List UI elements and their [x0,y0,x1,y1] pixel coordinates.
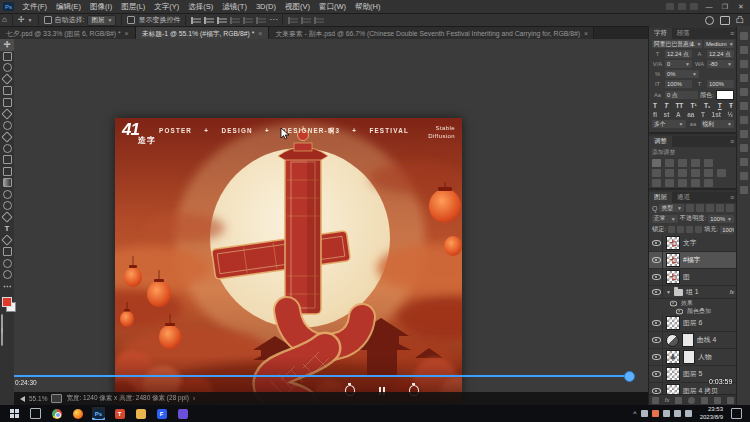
pen-tool[interactable] [0,212,14,224]
proportional-spacing-select[interactable]: 0%▼ [665,70,699,78]
more-align-options-icon[interactable]: ⋯ [269,16,277,24]
invert-icon[interactable] [652,179,661,187]
tab-close-icon[interactable]: × [584,30,588,37]
tool-preset-chevron-icon[interactable]: ▼ [28,17,33,23]
workspace-switcher-icon[interactable] [720,16,730,25]
restore-button[interactable]: ❐ [718,1,732,12]
layer-filter-select[interactable]: 类型▼ [659,204,684,212]
auto-select-checkbox[interactable] [44,16,52,24]
progress-bar[interactable] [14,375,628,377]
tab-character[interactable]: 字符 [649,28,672,39]
align-top-icon[interactable] [230,17,240,24]
auto-select-dropdown[interactable]: 图层▼ [87,15,116,26]
red-app-icon[interactable]: T [113,407,126,420]
marquee-tool[interactable] [0,51,14,63]
swash-button[interactable]: A [676,111,681,118]
curves-icon[interactable] [678,159,687,167]
move-tool[interactable]: ✢ [0,39,14,51]
brightness-contrast-icon[interactable] [652,159,661,167]
layer-mask-thumbnail[interactable] [683,350,695,364]
lasso-tool[interactable] [0,62,14,74]
healing-brush-tool[interactable] [0,120,14,132]
titlebar-plugin-icon[interactable] [666,3,674,10]
type-tool[interactable]: T [0,223,14,235]
menu-window[interactable]: 窗口(W) [314,0,350,13]
menu-filter[interactable]: 滤镜(T) [218,0,252,13]
clone-stamp-tool[interactable] [0,143,14,155]
visibility-toggle[interactable] [651,235,663,251]
selective-color-icon[interactable] [704,179,713,187]
blue-f-app-icon[interactable]: F [155,407,168,420]
stylistic-alternates-button[interactable]: aa [687,111,694,118]
posterize-icon[interactable] [665,179,674,187]
patterns-panel-icon[interactable] [740,74,748,82]
visibility-toggle[interactable] [651,366,663,382]
ordinals-button[interactable]: 1st [712,111,721,118]
color-lookup-icon[interactable] [717,169,726,177]
dodge-tool[interactable] [0,200,14,212]
photo-filter-icon[interactable] [691,169,700,177]
all-caps-button[interactable]: TT [675,102,683,109]
kerning-select[interactable]: 0▼ [665,60,692,68]
layer-row[interactable]: 七图 [649,269,737,286]
swatches-panel-icon[interactable] [740,46,748,54]
language-select[interactable]: 多个▼ [652,120,686,128]
underline-button[interactable]: T [718,102,722,109]
new-group-icon[interactable] [701,397,708,404]
glyphs-panel-icon[interactable] [740,186,748,194]
layer-row[interactable]: ♟ 人物 [649,349,737,366]
tray-icon[interactable] [641,410,648,417]
color-balance-icon[interactable] [665,169,674,177]
file-explorer-icon[interactable] [134,407,147,420]
small-caps-button[interactable]: T¹ [691,102,697,109]
layer-row[interactable]: 七文字 [649,235,737,252]
eyedropper-tool[interactable] [0,108,14,120]
align-left-icon[interactable] [191,17,201,24]
gradients-panel-icon[interactable] [740,60,748,68]
canvas-area[interactable]: 41 造字 POSTER+ DESIGN+ DESIGNER-啊3+ FESTI… [14,39,648,405]
edit-toolbar-button[interactable]: ⋯ [0,281,14,293]
libraries-panel-icon[interactable] [740,116,748,124]
lock-position-icon[interactable] [686,226,693,233]
font-style-select[interactable]: Medium▼ [704,40,734,48]
layer-style-icon[interactable]: fx [665,397,670,403]
minimize-button[interactable]: — [702,1,716,12]
foreground-color-swatch[interactable] [2,297,12,307]
exposure-icon[interactable] [691,159,700,167]
speaker-icon[interactable] [20,396,25,402]
black-white-icon[interactable] [678,169,687,177]
close-button[interactable]: ✕ [734,1,748,12]
layer-row-selected[interactable]: 七#福字 [649,252,737,269]
group-expand-icon[interactable]: ▼ [666,289,671,295]
new-layer-icon[interactable] [714,397,721,404]
align-bottom-icon[interactable] [256,17,266,24]
filter-shape-layers-icon[interactable] [716,204,724,212]
new-adjustment-layer-icon[interactable] [688,397,695,404]
menu-help[interactable]: 帮助(H) [351,0,385,13]
properties-panel-icon[interactable] [740,88,748,96]
tray-icon[interactable] [674,410,681,417]
levels-icon[interactable] [665,159,674,167]
vertical-scale-field[interactable]: 100% [665,80,692,88]
brush-tool[interactable] [0,131,14,143]
opacity-field[interactable]: 100%▼ [708,215,734,223]
menu-file[interactable]: 文件(F) [18,0,52,13]
eye-icon[interactable] [676,308,683,313]
zoom-tool[interactable] [0,269,14,281]
menu-view[interactable]: 视图(V) [280,0,314,13]
tray-icon[interactable] [685,410,692,417]
tab-close-icon[interactable]: × [258,30,262,37]
distribute-icon[interactable] [314,17,324,24]
lock-all-icon[interactable] [695,226,702,233]
layer-group-row[interactable]: ▼ 组 1 fx [649,286,737,299]
fractions-button[interactable]: ½ [728,111,733,118]
home-icon[interactable]: ⌂ [2,16,7,24]
chrome-icon[interactable] [50,407,63,420]
visibility-toggle[interactable] [651,286,663,298]
tab-paragraph[interactable]: 段落 [672,28,695,39]
font-size-select[interactable]: 12.24 点▼ [665,50,692,58]
visibility-toggle[interactable] [651,332,663,348]
frame-tool[interactable] [0,97,14,109]
leading-select[interactable]: 12.24 点▼ [707,50,734,58]
gradient-tool[interactable] [0,177,14,189]
